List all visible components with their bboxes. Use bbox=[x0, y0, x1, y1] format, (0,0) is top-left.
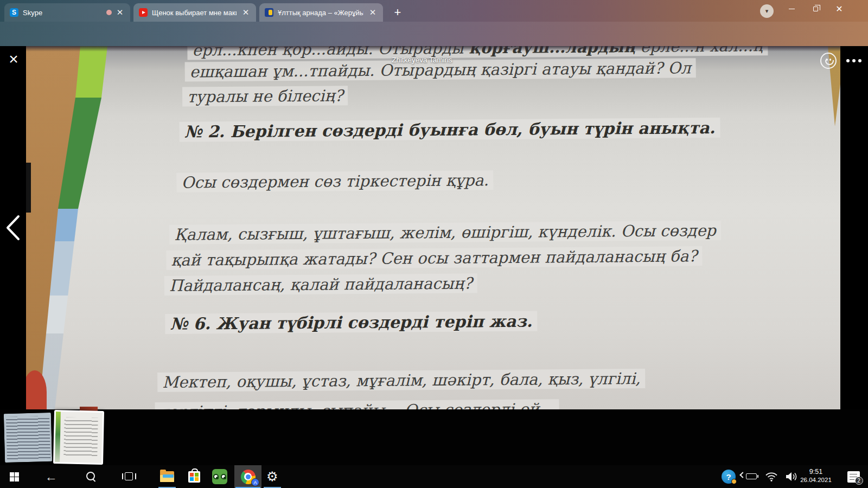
notification-icon: 2 bbox=[847, 471, 860, 483]
windows-logo-icon bbox=[10, 472, 19, 481]
viewer-close-icon[interactable]: × bbox=[5, 52, 22, 68]
start-button[interactable] bbox=[4, 465, 24, 488]
window-close-button[interactable]: ✕ bbox=[827, 0, 851, 17]
battery-charging-icon bbox=[741, 473, 757, 480]
tab-close-icon[interactable]: ✕ bbox=[241, 8, 251, 17]
tray-wifi-button[interactable] bbox=[763, 465, 780, 488]
search-icon bbox=[86, 471, 97, 482]
thumbnail-photo-1[interactable] bbox=[4, 413, 52, 463]
microsoft-store-button[interactable] bbox=[187, 465, 202, 488]
taskbar: ← А ⚙ ? bbox=[0, 465, 868, 488]
action-center-button[interactable]: 2 bbox=[845, 465, 861, 488]
folder-icon bbox=[160, 471, 174, 482]
alert-dot-icon bbox=[731, 479, 737, 484]
wifi-icon bbox=[765, 472, 777, 481]
chevron-down-icon: ▾ bbox=[765, 8, 769, 15]
doc-line: Осы сөздермен сөз тіркестерін құра. bbox=[176, 170, 494, 192]
browser-toolbar: ← → ↻ web.skype.com ★ bbox=[0, 22, 868, 46]
store-bag-icon bbox=[188, 471, 200, 483]
tab-qazaqstan[interactable]: Ұлттық арнада – «Жерұйық» ✕ bbox=[259, 3, 383, 22]
doc-task-2-heading: № 2. Берілген сөздерді буынға бөл, буын … bbox=[179, 118, 720, 142]
tripadvisor-owl-icon bbox=[212, 469, 227, 484]
tab-title: Skype bbox=[23, 9, 102, 17]
window-restore-button[interactable] bbox=[803, 0, 827, 17]
chrome-taskbar-button[interactable]: А bbox=[234, 465, 261, 488]
skype-favicon-icon: S bbox=[10, 8, 18, 17]
media-indicator-icon bbox=[106, 10, 112, 15]
doc-task-6-heading: № 6. Жуан түбірлі сөздерді теріп жаз. bbox=[165, 311, 537, 334]
skype-image-viewer: ерл...кпен қор...айды. Отырарды қорғауш.… bbox=[0, 46, 868, 465]
taskbar-back-button[interactable]: ← bbox=[41, 465, 61, 488]
shared-photo[interactable]: ерл...кпен қор...айды. Отырарды қорғауш.… bbox=[26, 46, 840, 409]
tab-close-icon[interactable]: ✕ bbox=[115, 8, 125, 17]
doc-line: Қалам, сызғыш, ұштағыш, желім, өшіргіш, … bbox=[169, 221, 721, 245]
close-icon: ✕ bbox=[835, 4, 843, 14]
previous-image-chevron-icon[interactable] bbox=[3, 214, 23, 241]
tripadvisor-button[interactable] bbox=[212, 465, 228, 488]
chrome-profile-badge: А bbox=[251, 478, 259, 486]
taskbar-clock[interactable]: 9:51 26.04.2021 bbox=[796, 468, 835, 484]
tab-title: Ұлттық арнада – «Жерұйық» bbox=[278, 9, 363, 17]
browser-frame: S Skype ✕ Щенок выбирает мне макия ✕ Ұлт… bbox=[0, 0, 868, 46]
sender-name: Zhitkeyeva Tamiris bbox=[352, 56, 493, 64]
emoji-reaction-icon[interactable] bbox=[820, 53, 837, 69]
tray-help-button[interactable]: ? bbox=[720, 465, 737, 488]
tab-youtube[interactable]: Щенок выбирает мне макия ✕ bbox=[133, 3, 256, 22]
thumbnail-photo-2-selected[interactable] bbox=[53, 410, 104, 465]
clock-date: 26.04.2021 bbox=[796, 476, 835, 484]
tab-search-button[interactable]: ▾ bbox=[760, 4, 774, 18]
viewer-more-menu-icon[interactable] bbox=[846, 58, 865, 63]
tray-battery-button[interactable] bbox=[739, 465, 758, 488]
qazaqstan-favicon-icon bbox=[265, 8, 273, 17]
youtube-favicon-icon bbox=[139, 8, 148, 17]
doc-line-clipped-bottom: тәртіпті, дарынды, сыпайы... Осы сөздерд… bbox=[155, 399, 559, 409]
textbook-page: ерл...кпен қор...айды. Отырарды қорғауш.… bbox=[26, 46, 840, 409]
doc-line: Мектеп, оқушы, ұстаз, мұғалім, шәкірт, б… bbox=[157, 369, 646, 392]
new-tab-button[interactable]: + bbox=[390, 4, 406, 21]
tab-strip: S Skype ✕ Щенок выбирает мне макия ✕ Ұлт… bbox=[0, 0, 868, 22]
doc-line: қай тақырыпқа жатады? Сен осы заттармен … bbox=[166, 246, 702, 270]
tab-title: Щенок выбирает мне макия bbox=[152, 9, 237, 17]
window-minimize-button[interactable] bbox=[780, 0, 803, 17]
settings-button[interactable]: ⚙ bbox=[265, 465, 281, 488]
gear-icon: ⚙ bbox=[266, 470, 279, 483]
clock-time: 9:51 bbox=[796, 468, 835, 476]
notification-badge: 2 bbox=[855, 477, 863, 485]
doc-line: туралы не білесің? bbox=[182, 86, 348, 106]
file-explorer-button[interactable] bbox=[158, 465, 176, 488]
task-view-icon bbox=[123, 472, 135, 481]
help-question-icon: ? bbox=[722, 470, 736, 484]
desktop: S Skype ✕ Щенок выбирает мне макия ✕ Ұлт… bbox=[0, 0, 868, 488]
taskbar-search-button[interactable] bbox=[81, 465, 101, 488]
thumbnail-strip bbox=[0, 409, 868, 465]
restore-icon bbox=[813, 7, 818, 11]
doc-line: Пайдалансаң, қалай пайдаланасың? bbox=[164, 273, 477, 296]
tab-close-icon[interactable]: ✕ bbox=[368, 8, 378, 17]
tab-skype[interactable]: S Skype ✕ bbox=[4, 3, 130, 22]
minimize-icon bbox=[789, 9, 795, 9]
task-view-button[interactable] bbox=[119, 465, 139, 488]
